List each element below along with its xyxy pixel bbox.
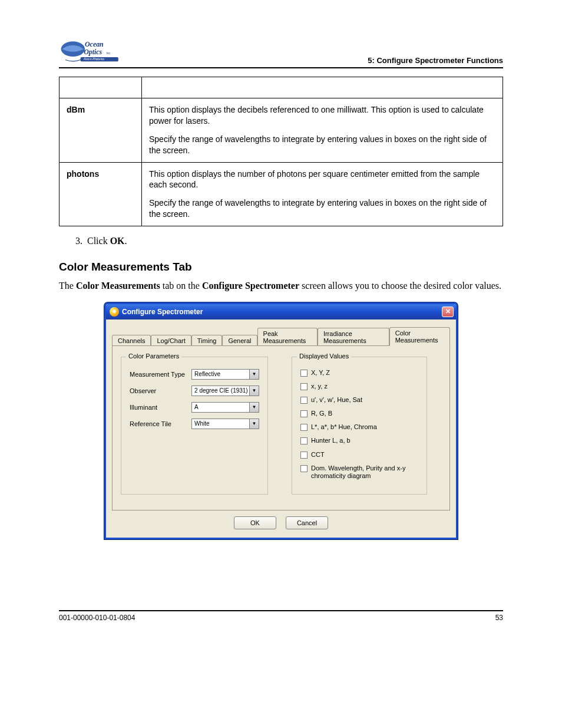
label-illuminant: Illuminant xyxy=(130,404,191,411)
label-measurement-type: Measurement Type xyxy=(130,371,191,378)
lightbulb-icon: ✷ xyxy=(110,307,119,317)
label-observer: Observer xyxy=(130,387,191,394)
checkbox-cct[interactable] xyxy=(300,452,308,459)
chevron-down-icon: ▼ xyxy=(249,386,259,396)
section-heading: Color Measurements Tab xyxy=(59,261,503,274)
cancel-button[interactable]: Cancel xyxy=(286,516,328,529)
close-button[interactable]: ✕ xyxy=(442,307,454,317)
checkbox-label: X, Y, Z xyxy=(311,369,330,377)
tabs-row: Channels Log/Chart Timing General Peak M… xyxy=(112,327,450,345)
table-label-photons: photons xyxy=(59,162,142,226)
dropdown-reference-tile[interactable]: White ▼ xyxy=(191,419,259,429)
chevron-down-icon: ▼ xyxy=(249,370,259,379)
checkbox-label: CCT xyxy=(311,451,325,459)
chapter-title: 5: Configure Spectrometer Functions xyxy=(368,56,503,65)
displayed-values-group: Displayed Values X, Y, Z x, y, z u', v',… xyxy=(292,357,427,495)
tab-peak[interactable]: Peak Measurements xyxy=(257,328,318,346)
configure-spectrometer-dialog: ✷ Configure Spectrometer ✕ Channels Log/… xyxy=(104,302,458,539)
checkbox-label: u', v', w', Hue, Sat xyxy=(311,396,362,404)
checkbox-label: Dom. Wavelength, Purity and x-y chromati… xyxy=(311,465,418,480)
tab-logchart[interactable]: Log/Chart xyxy=(151,335,191,346)
group-legend: Color Parameters xyxy=(126,353,181,360)
doc-number: 001-00000-010-01-0804 xyxy=(59,614,135,622)
color-parameters-group: Color Parameters Measurement Type Reflec… xyxy=(121,357,268,495)
checkbox-label: R, G, B xyxy=(311,410,332,417)
checkbox-xyz-lower[interactable] xyxy=(300,383,308,390)
checkbox-label: x, y, z xyxy=(311,383,328,390)
intro-paragraph: The Color Measurements tab on the Config… xyxy=(59,279,503,292)
table-label-dbm: dBm xyxy=(59,98,142,163)
ocean-optics-logo: Ocean Optics Inc. First in Photonics xyxy=(59,35,124,65)
svg-text:Inc.: Inc. xyxy=(107,52,111,55)
dialog-title: Configure Spectrometer xyxy=(122,308,203,316)
checkbox-dom-wavelength[interactable] xyxy=(300,465,308,472)
chevron-down-icon: ▼ xyxy=(249,403,259,412)
table-desc-dbm: This option displays the decibels refere… xyxy=(142,98,503,163)
checkbox-label: Hunter L, a, b xyxy=(311,437,351,444)
options-table: dBm This option displays the decibels re… xyxy=(59,77,503,226)
chevron-down-icon: ▼ xyxy=(249,419,259,429)
tab-channels[interactable]: Channels xyxy=(112,335,151,346)
tab-timing[interactable]: Timing xyxy=(191,335,223,346)
tab-panel: Color Parameters Measurement Type Reflec… xyxy=(112,345,450,510)
dialog-titlebar: ✷ Configure Spectrometer ✕ xyxy=(106,304,456,319)
tab-irradiance[interactable]: Irradiance Measurements xyxy=(318,328,389,346)
tab-color[interactable]: Color Measurements xyxy=(389,327,450,346)
dropdown-illuminant[interactable]: A ▼ xyxy=(191,402,259,413)
label-reference-tile: Reference Tile xyxy=(130,420,191,427)
checkbox-label: L*, a*, b* Hue, Chroma xyxy=(311,423,377,431)
checkbox-rgb[interactable] xyxy=(300,410,308,417)
ok-button[interactable]: OK xyxy=(234,516,276,529)
page-number: 53 xyxy=(495,614,503,622)
group-legend: Displayed Values xyxy=(297,353,351,360)
step-3: 3. Click OK. xyxy=(75,236,503,246)
page-header: Ocean Optics Inc. First in Photonics 5: … xyxy=(59,35,503,68)
checkbox-hunter[interactable] xyxy=(300,437,308,444)
tab-general[interactable]: General xyxy=(222,335,257,346)
svg-text:Optics: Optics xyxy=(84,48,102,56)
page-footer: 001-00000-010-01-0804 53 xyxy=(59,610,503,622)
svg-text:Ocean: Ocean xyxy=(85,41,104,49)
table-desc-photons: This option displays the number of photo… xyxy=(142,162,503,226)
dropdown-observer[interactable]: 2 degree CIE (1931) ▼ xyxy=(191,386,259,396)
close-icon: ✕ xyxy=(445,308,451,315)
checkbox-xyz-caps[interactable] xyxy=(300,370,308,377)
dropdown-measurement-type[interactable]: Reflective ▼ xyxy=(191,369,259,380)
svg-text:First in Photonics: First in Photonics xyxy=(84,58,105,61)
checkbox-lab[interactable] xyxy=(300,424,308,431)
checkbox-uvw[interactable] xyxy=(300,397,308,404)
